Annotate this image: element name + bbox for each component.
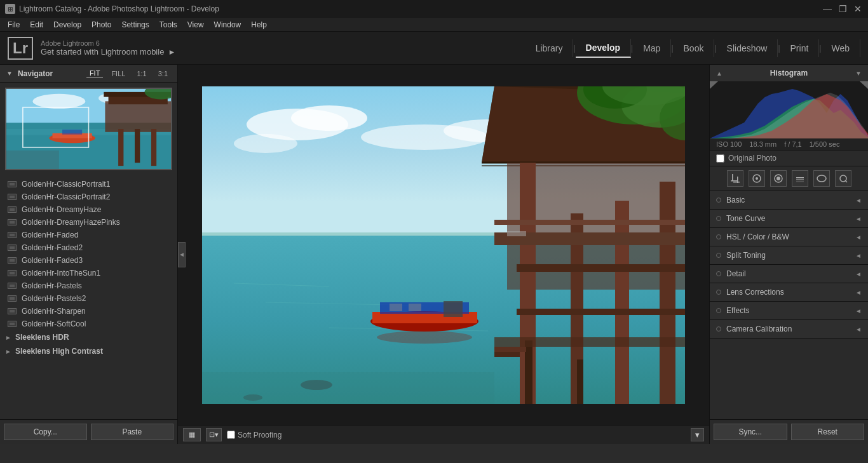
close-button[interactable]: ✕: [853, 4, 863, 14]
soft-proofing-toggle[interactable]: Soft Proofing: [227, 431, 281, 440]
preset-item[interactable]: GoldenHr-SoftCool: [0, 318, 177, 330]
soft-proofing-checkbox[interactable]: [227, 431, 235, 439]
menu-window[interactable]: Window: [209, 19, 247, 30]
section-split-toning-title: Split Toning: [726, 251, 766, 260]
section-detail-header[interactable]: Detail ◄: [710, 265, 868, 283]
section-dot: [716, 271, 721, 276]
tab-develop[interactable]: Develop: [576, 39, 631, 58]
section-lens-corrections: Lens Corrections ◄: [710, 283, 868, 302]
section-basic-header[interactable]: Basic ◄: [710, 191, 868, 209]
section-effects-title: Effects: [726, 306, 749, 315]
preset-name: GoldenHr-IntoTheSun1: [22, 269, 100, 278]
tab-library[interactable]: Library: [526, 39, 574, 57]
section-detail-title: Detail: [726, 269, 746, 278]
svg-rect-98: [796, 179, 804, 180]
group-arrow-icon: ►: [5, 334, 11, 341]
section-hsl-title: HSL / Color / B&W: [726, 232, 789, 241]
preset-item[interactable]: GoldenHr-Pastels: [0, 279, 177, 292]
original-photo-toggle[interactable]: Original Photo: [710, 151, 868, 166]
tab-print[interactable]: Print: [780, 39, 820, 57]
svg-rect-28: [10, 246, 15, 249]
section-tone-curve-header[interactable]: Tone Curve ◄: [710, 210, 868, 227]
lr-logo: Lr: [8, 37, 33, 60]
maximize-button[interactable]: ❐: [837, 4, 848, 14]
spot-removal-button[interactable]: [749, 170, 765, 187]
svg-rect-80: [494, 337, 685, 347]
navigator-arrow-icon: ▼: [6, 70, 13, 77]
sync-button[interactable]: Sync...: [714, 424, 787, 440]
tab-slideshow[interactable]: Slideshow: [717, 39, 778, 57]
histogram-header[interactable]: ▲ Histogram ▼: [710, 65, 868, 81]
svg-rect-82: [494, 352, 520, 357]
preset-icon: [8, 206, 17, 213]
preview-image: [5, 88, 172, 170]
menu-file[interactable]: File: [3, 19, 25, 30]
red-eye-button[interactable]: [770, 170, 787, 187]
zoom-fit[interactable]: FIT: [86, 69, 104, 78]
section-hsl-arrow: ◄: [855, 234, 862, 241]
minimize-button[interactable]: —: [822, 4, 832, 14]
title-bar: ⊞ Lightroom Catalog - Adobe Photoshop Li…: [0, 0, 868, 18]
view-grid-button[interactable]: ▦: [183, 428, 201, 441]
section-split-toning-header[interactable]: Split Toning ◄: [710, 246, 868, 264]
preset-item[interactable]: GoldenHr-Pastels2: [0, 292, 177, 305]
left-panel: ▼ Navigator FIT FILL 1:1 3:1: [0, 65, 178, 444]
preset-item[interactable]: GoldenHr-ClassicPortrait2: [0, 191, 177, 203]
copy-button[interactable]: Copy...: [4, 424, 87, 440]
navigator-header[interactable]: ▼ Navigator FIT FILL 1:1 3:1: [0, 65, 177, 83]
menu-develop[interactable]: Develop: [48, 19, 86, 30]
menu-photo[interactable]: Photo: [86, 19, 116, 30]
section-lens-corrections-title: Lens Corrections: [726, 288, 784, 297]
expand-button[interactable]: ▾: [691, 428, 704, 441]
svg-rect-75: [409, 304, 421, 311]
graduated-filter-button[interactable]: [792, 170, 808, 187]
left-panel-collapse[interactable]: ◄: [178, 242, 186, 267]
preset-name: GoldenHr-Pastels2: [22, 294, 86, 303]
section-lens-corrections-header[interactable]: Lens Corrections ◄: [710, 283, 868, 301]
svg-point-46: [234, 134, 297, 153]
preset-item[interactable]: GoldenHr-ClassicPortrait1: [0, 178, 177, 191]
menu-view[interactable]: View: [182, 19, 209, 30]
menu-tools[interactable]: Tools: [154, 19, 182, 30]
adjustment-brush-button[interactable]: [835, 170, 851, 187]
section-camera-calibration-header[interactable]: Camera Calibration ◄: [710, 320, 868, 338]
paste-button[interactable]: Paste: [91, 424, 174, 440]
crop-tool-button[interactable]: [727, 170, 743, 187]
histogram-panel: ▲ Histogram ▼: [710, 65, 868, 151]
preset-name: GoldenHr-Sharpen: [22, 307, 86, 316]
preset-item[interactable]: GoldenHr-DreamyHazePinks: [0, 216, 177, 229]
preset-item[interactable]: GoldenHr-Faded2: [0, 241, 177, 254]
zoom-fill[interactable]: FILL: [108, 69, 128, 78]
original-photo-checkbox[interactable]: [716, 154, 724, 163]
preset-name: GoldenHr-SoftCool: [22, 319, 86, 328]
preset-item[interactable]: GoldenHr-IntoTheSun1: [0, 267, 177, 279]
mobile-arrow-icon[interactable]: ►: [168, 48, 175, 57]
svg-rect-89: [732, 174, 733, 180]
expand-icon[interactable]: ▾: [691, 428, 704, 441]
svg-point-100: [817, 175, 826, 182]
menu-edit[interactable]: Edit: [25, 19, 48, 30]
reset-button[interactable]: Reset: [791, 424, 865, 440]
preset-item[interactable]: GoldenHr-Sharpen: [0, 305, 177, 318]
radial-filter-button[interactable]: [813, 170, 830, 187]
tab-book[interactable]: Book: [674, 39, 715, 57]
preset-group-sleeklens-hdr[interactable]: ► Sleeklens HDR: [0, 330, 177, 344]
zoom-1-1[interactable]: 1:1: [133, 69, 149, 78]
svg-rect-5: [105, 101, 171, 131]
tab-map[interactable]: Map: [633, 39, 671, 57]
compare-button[interactable]: ⊡▾: [206, 428, 222, 441]
tab-web[interactable]: Web: [821, 39, 860, 57]
bottom-toolbar: ▦ ⊡▾ Soft Proofing ▾: [178, 425, 709, 444]
zoom-3-1[interactable]: 3:1: [155, 69, 171, 78]
menu-help[interactable]: Help: [246, 19, 272, 30]
section-effects-header[interactable]: Effects ◄: [710, 302, 868, 319]
section-hsl-header[interactable]: HSL / Color / B&W ◄: [710, 228, 868, 246]
preset-group-sleeklens-high-contrast[interactable]: ► Sleeklens High Contrast: [0, 344, 177, 358]
preset-item[interactable]: GoldenHr-DreamyHaze: [0, 203, 177, 216]
mobile-link[interactable]: Get started with Lightroom mobile: [41, 47, 164, 57]
preset-item[interactable]: GoldenHr-Faded3: [0, 254, 177, 267]
section-dot: [716, 198, 721, 203]
section-split-toning: Split Toning ◄: [710, 246, 868, 265]
preset-item[interactable]: GoldenHr-Faded: [0, 229, 177, 241]
menu-settings[interactable]: Settings: [116, 19, 154, 30]
